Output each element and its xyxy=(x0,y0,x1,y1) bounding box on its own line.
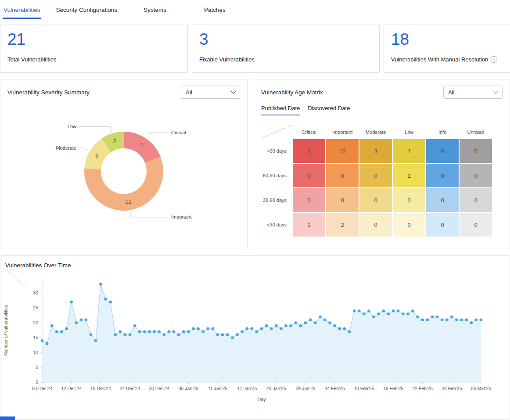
data-point[interactable] xyxy=(221,333,224,336)
data-point[interactable] xyxy=(358,309,361,312)
data-point[interactable] xyxy=(455,319,458,322)
data-point[interactable] xyxy=(450,316,453,319)
data-point[interactable] xyxy=(328,321,331,324)
data-point[interactable] xyxy=(250,327,253,330)
matrix-cell[interactable]: 3 xyxy=(359,139,392,163)
data-point[interactable] xyxy=(338,327,341,330)
data-point[interactable] xyxy=(436,316,439,319)
severity-filter-dropdown[interactable]: All xyxy=(181,86,240,99)
data-point[interactable] xyxy=(148,330,151,334)
data-point[interactable] xyxy=(75,321,78,324)
matrix-cell[interactable]: 0 xyxy=(460,164,492,187)
data-point[interactable] xyxy=(187,330,190,334)
data-point[interactable] xyxy=(129,333,132,336)
data-point[interactable] xyxy=(245,327,248,330)
data-point[interactable] xyxy=(402,312,405,316)
data-point[interactable] xyxy=(294,321,297,324)
tab-security-configurations[interactable]: Security Configurations xyxy=(55,7,119,19)
data-point[interactable] xyxy=(416,316,419,319)
data-point[interactable] xyxy=(124,333,127,336)
matrix-cell[interactable]: 0 xyxy=(426,139,459,163)
data-point[interactable] xyxy=(55,330,58,334)
data-point[interactable] xyxy=(372,316,375,319)
data-point[interactable] xyxy=(255,330,259,334)
data-point[interactable] xyxy=(168,330,171,334)
data-point[interactable] xyxy=(275,324,278,327)
data-point[interactable] xyxy=(406,312,409,316)
data-point[interactable] xyxy=(348,330,351,334)
matrix-cell[interactable]: 1 xyxy=(393,139,425,163)
data-point[interactable] xyxy=(460,319,463,322)
matrix-cell[interactable]: 0 xyxy=(460,188,492,212)
data-point[interactable] xyxy=(397,309,400,312)
data-point[interactable] xyxy=(119,330,122,334)
data-point[interactable] xyxy=(177,333,180,336)
stat-card-fixable-vulnerabilities[interactable]: 3 Fixable Vulnerabilities xyxy=(192,25,380,73)
data-point[interactable] xyxy=(226,333,229,336)
data-point[interactable] xyxy=(299,324,302,327)
data-point[interactable] xyxy=(158,330,161,334)
data-point[interactable] xyxy=(104,298,107,301)
info-icon[interactable] xyxy=(491,56,497,63)
data-point[interactable] xyxy=(133,324,136,327)
data-point[interactable] xyxy=(153,330,156,334)
data-point[interactable] xyxy=(465,319,468,322)
data-point[interactable] xyxy=(212,327,215,330)
data-point[interactable] xyxy=(143,330,146,334)
matrix-cell[interactable]: 0 xyxy=(359,188,392,212)
matrix-cell[interactable]: 0 xyxy=(393,188,425,212)
tab-patches[interactable]: Patches xyxy=(203,7,226,19)
data-point[interactable] xyxy=(60,330,63,334)
tab-discovered-date[interactable]: Discovered Date xyxy=(308,105,350,115)
data-point[interactable] xyxy=(470,321,473,324)
data-point[interactable] xyxy=(280,327,283,330)
data-point[interactable] xyxy=(231,336,234,339)
matrix-cell[interactable]: 10 xyxy=(326,139,359,163)
matrix-cell[interactable]: 0 xyxy=(359,164,392,187)
stat-card-total-vulnerabilities[interactable]: 21 Total Vulnerabilities xyxy=(0,25,188,73)
matrix-cell[interactable]: 0 xyxy=(393,213,425,237)
data-point[interactable] xyxy=(70,301,73,304)
data-point[interactable] xyxy=(206,327,209,330)
data-point[interactable] xyxy=(309,319,312,322)
data-point[interactable] xyxy=(260,327,263,330)
data-point[interactable] xyxy=(411,309,414,312)
data-point[interactable] xyxy=(392,309,395,312)
data-point[interactable] xyxy=(382,309,385,312)
matrix-cell[interactable]: 1 xyxy=(293,213,325,237)
matrix-cell[interactable]: 0 xyxy=(359,213,392,237)
data-point[interactable] xyxy=(323,319,327,322)
data-point[interactable] xyxy=(426,319,429,322)
data-point[interactable] xyxy=(94,339,97,342)
data-point[interactable] xyxy=(80,319,83,322)
data-point[interactable] xyxy=(162,333,165,336)
data-point[interactable] xyxy=(172,330,176,334)
matrix-cell[interactable]: 0 xyxy=(460,213,492,237)
matrix-cell[interactable]: 0 xyxy=(326,188,359,212)
data-point[interactable] xyxy=(85,319,88,322)
matrix-cell[interactable]: 0 xyxy=(460,139,492,163)
tab-systems[interactable]: Systems xyxy=(143,7,167,19)
data-point[interactable] xyxy=(319,316,322,319)
data-point[interactable] xyxy=(343,327,346,330)
matrix-cell[interactable]: 0 xyxy=(426,188,459,212)
data-point[interactable] xyxy=(99,283,102,286)
data-point[interactable] xyxy=(50,324,54,327)
matrix-cell[interactable]: 0 xyxy=(326,164,359,187)
data-point[interactable] xyxy=(201,330,205,334)
chat-widget[interactable] xyxy=(0,416,15,420)
matrix-cell[interactable]: 0 xyxy=(426,164,459,187)
data-point[interactable] xyxy=(377,312,380,316)
data-point[interactable] xyxy=(480,319,483,322)
data-point[interactable] xyxy=(109,301,112,304)
data-point[interactable] xyxy=(284,324,287,327)
data-point[interactable] xyxy=(304,321,307,324)
matrix-cell[interactable]: 0 xyxy=(293,188,325,212)
data-point[interactable] xyxy=(363,312,366,316)
data-point[interactable] xyxy=(270,327,273,330)
data-point[interactable] xyxy=(265,324,268,327)
data-point[interactable] xyxy=(289,324,292,327)
data-point[interactable] xyxy=(197,327,200,330)
data-point[interactable] xyxy=(216,333,219,336)
data-point[interactable] xyxy=(475,319,478,322)
